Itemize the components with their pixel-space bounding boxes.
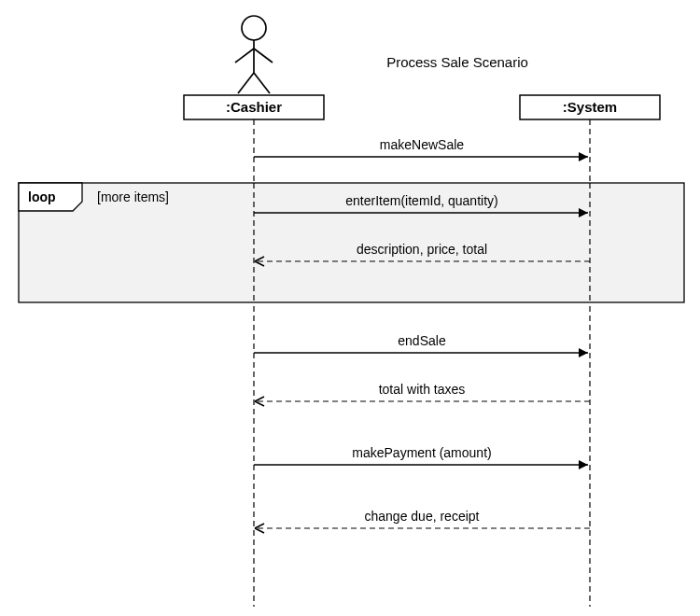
svg-line-3 — [254, 49, 273, 63]
msg-changeDue-label: change due, receipt — [365, 509, 480, 524]
loop-operator-label: loop — [28, 189, 56, 204]
msg-makePayment-label: makePayment (amount) — [352, 445, 491, 460]
msg-endSale-label: endSale — [398, 333, 446, 348]
msg-makeNewSale-label: makeNewSale — [380, 137, 464, 152]
svg-line-5 — [254, 73, 270, 93]
lifeline-cashier-label: :Cashier — [226, 99, 282, 115]
msg-totalTax-label: total with taxes — [379, 382, 466, 397]
msg-description-label: description, price, total — [357, 242, 487, 257]
lifeline-system-label: :System — [563, 99, 617, 115]
diagram-title: Process Sale Scenario — [386, 54, 528, 70]
actor-icon — [235, 16, 273, 93]
svg-line-4 — [238, 73, 254, 93]
svg-line-2 — [235, 49, 254, 63]
lifeline-cashier: :Cashier — [184, 95, 324, 119]
sequence-diagram: Process Sale Scenario :Cashier :System m… — [0, 0, 700, 616]
loop-guard: [more items] — [97, 189, 169, 204]
msg-enterItem-label: enterItem(itemId, quantity) — [345, 193, 497, 208]
lifeline-system: :System — [520, 95, 660, 119]
svg-point-0 — [242, 16, 266, 40]
